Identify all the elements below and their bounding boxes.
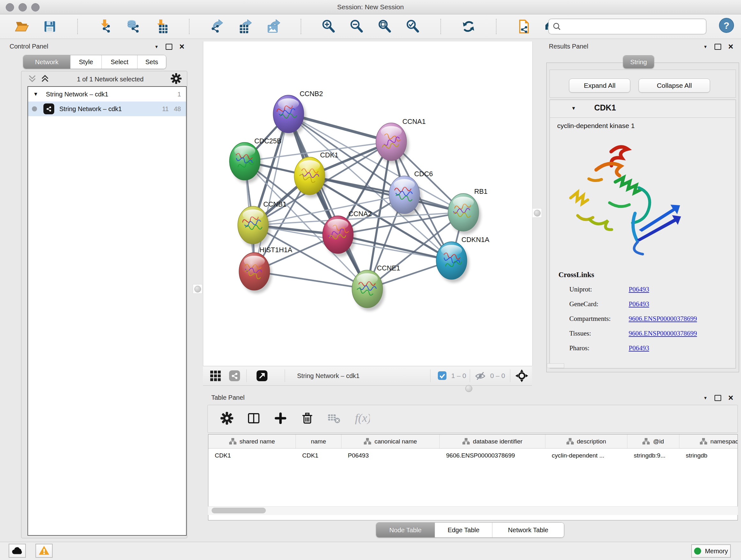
tab-node-table[interactable]: Node Table [376,523,435,537]
zoom-selected-icon[interactable] [404,17,422,36]
crosslink-link[interactable]: P06493 [629,300,649,308]
window-title: Session: New Session [0,0,741,14]
open-session-icon[interactable] [13,17,30,36]
table-cell[interactable]: stringdb:9... [627,449,679,462]
node-label: CDC25B [254,137,281,145]
expand-all-button[interactable]: Expand All [569,78,630,92]
results-hscrollbar-thumb[interactable] [547,363,564,368]
search-input[interactable] [564,23,703,30]
tab-sets[interactable]: Sets [138,55,166,69]
gene-section-header[interactable]: ▼ CDK1 [549,100,735,118]
undock-panel-icon[interactable] [715,44,721,50]
close-panel-icon[interactable]: × [728,44,733,50]
network-node-CDKN1A[interactable]: CDKN1A [436,236,489,283]
refresh-icon[interactable] [460,17,477,36]
network-edge-count: 48 [174,105,181,113]
selected-checkbox[interactable] [438,371,447,381]
hidden-eye-icon[interactable] [475,371,486,383]
new-network-from-selection-icon[interactable] [515,17,533,36]
column-header-@id[interactable]: @id [627,435,679,449]
table-panel-divider-handle[interactable] [465,385,472,392]
results-buttons-box: Expand All Collapse All [549,70,736,98]
table-cell[interactable]: stringdb [679,449,738,462]
export-table-icon[interactable] [236,17,254,36]
tab-network-table[interactable]: Network Table [492,523,564,537]
zoom-out-icon[interactable] [348,17,366,36]
float-panel-icon[interactable]: ▼ [154,44,158,49]
table-cell[interactable]: P06493 [341,449,440,462]
float-panel-icon[interactable]: ▼ [703,44,708,49]
grid-icon[interactable] [209,370,221,383]
close-panel-icon[interactable]: × [728,395,733,401]
export-network-icon[interactable] [208,17,226,36]
collapse-all-icon[interactable] [27,74,37,84]
network-edge[interactable] [288,114,367,289]
column-header-description[interactable]: description [545,435,627,449]
expand-all-icon[interactable] [40,74,50,84]
results-panel-title: Results Panel [549,43,588,50]
column-header-canonical-name[interactable]: canonical name [341,435,440,449]
undock-panel-icon[interactable] [715,395,721,401]
close-panel-icon[interactable]: × [179,44,185,50]
crosslink-row: Uniprot:P06493 [569,286,732,300]
warning-button[interactable] [36,544,53,558]
table-cell[interactable]: cyclin-dependent ... [545,449,627,462]
section-caret-icon[interactable]: ▼ [571,105,576,111]
network-view-canvas[interactable]: CCNB2 CCNA1 CDC25B CDK1 CDC6 R [203,42,533,366]
title-bar: Session: New Session [0,0,741,14]
tab-select[interactable]: Select [102,55,138,69]
save-session-icon[interactable] [41,17,59,36]
zoom-in-icon[interactable] [320,17,338,36]
column-header-database-identifier[interactable]: database identifier [440,435,545,449]
toggle-column-icon[interactable] [247,412,260,426]
export-image-icon[interactable] [264,17,282,36]
add-row-icon[interactable] [274,412,287,426]
cloud-button[interactable] [9,544,26,558]
table-cell[interactable]: CDK1 [296,449,341,462]
tab-style[interactable]: Style [71,55,102,69]
gene-name: CDK1 [594,103,616,112]
table-settings-gear-icon[interactable] [220,412,233,426]
tab-string[interactable]: String [623,56,654,68]
table-hscrollbar-thumb[interactable] [212,508,266,513]
memory-button[interactable]: Memory [691,544,731,558]
share-view-icon[interactable] [228,370,241,383]
import-network-from-file-icon[interactable] [96,17,114,36]
network-node-RB1[interactable]: RB1 [448,188,488,234]
crosslink-link[interactable]: 9606.ENSP00000378699 [629,329,697,337]
left-panel-divider-handle[interactable] [193,284,202,294]
zoom-fit-icon[interactable] [376,17,394,36]
column-header-shared-name[interactable]: shared name [208,435,296,449]
network-options-gear-icon[interactable] [171,73,182,85]
network-collection-row[interactable]: ▼ String Network – cdk1 1 [28,87,186,102]
table-toolbar: f(x) [207,405,738,433]
toolbar-separator [189,19,190,34]
delete-row-icon[interactable] [301,412,314,426]
crosslink-link[interactable]: 9606.ENSP00000378699 [629,315,697,323]
import-network-from-database-icon[interactable] [125,17,142,36]
open-in-new-icon[interactable] [256,370,268,383]
network-row[interactable]: String Network – cdk1 11 48 [28,102,186,116]
right-panel-divider-handle[interactable] [532,208,542,218]
float-panel-icon[interactable]: ▼ [703,395,708,400]
tab-edge-table[interactable]: Edge Table [435,523,492,537]
import-table-from-file-icon[interactable] [152,17,171,36]
network-node-CCNA1[interactable]: CCNA1 [376,118,426,164]
column-header-name[interactable]: name [296,435,341,449]
tab-network[interactable]: Network [23,55,71,69]
table-cell[interactable]: CDK1 [208,449,296,462]
table-cell[interactable]: 9606.ENSP00000378699 [440,449,545,462]
help-button[interactable]: ? [719,18,734,33]
node-label: CCNE1 [377,264,400,272]
collection-caret-icon[interactable]: ▼ [33,91,38,97]
collapse-all-button[interactable]: Collapse All [638,78,710,92]
table-hscrollbar-track[interactable] [208,506,738,515]
crosshair-icon[interactable] [515,369,529,384]
network-node-HIST1H1A[interactable]: HIST1H1A [239,246,292,294]
crosslink-link[interactable]: P06493 [629,286,649,294]
crosslink-link[interactable]: P06493 [629,344,649,352]
collection-count: 1 [178,91,181,98]
network-node-CDK1[interactable]: CDK1 [294,151,338,198]
undock-panel-icon[interactable] [165,44,172,50]
column-header-namespace[interactable]: namespace [679,435,738,449]
